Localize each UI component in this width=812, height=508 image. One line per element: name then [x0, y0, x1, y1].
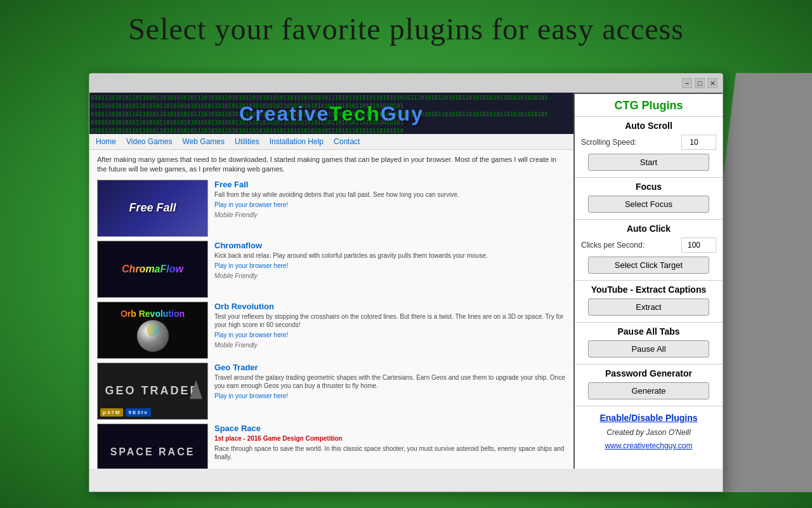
- badge-blue: 9E3tv: [126, 408, 150, 417]
- geotrader-arrow: [190, 380, 202, 402]
- nav-utilities[interactable]: Utilities: [235, 137, 259, 146]
- auto-scroll-start-button[interactable]: Start: [588, 154, 710, 171]
- website-link[interactable]: www.creativetechguy.com: [605, 441, 693, 450]
- freefall-info: Free Fall Fall from the sky while avoidi…: [214, 180, 566, 237]
- spacerace-competition: 1st place - 2016 Game Design Competition: [214, 434, 566, 443]
- pause-all-title: Pause All Tabs: [581, 326, 716, 337]
- select-click-target-button[interactable]: Select Click Target: [588, 257, 710, 274]
- geotrader-play-link[interactable]: Play in your browser here!: [214, 392, 566, 400]
- maximize-button[interactable]: □: [695, 78, 705, 88]
- chromaflow-mobile: Mobile Friendly: [214, 272, 566, 280]
- generate-button[interactable]: Generate: [588, 382, 710, 399]
- chromaflow-title: Chromaflow: [214, 241, 566, 250]
- nav-installation-help[interactable]: Installation Help: [270, 137, 324, 146]
- spacerace-info: Space Race 1st place - 2016 Game Design …: [214, 424, 566, 469]
- auto-click-title: Auto Click: [581, 224, 716, 234]
- cps-row: Clicks per Second:: [581, 237, 716, 253]
- geotrader-description: Travel around the galaxy trading geometr…: [214, 373, 566, 390]
- focus-section: Focus Select Focus: [575, 178, 723, 220]
- orbrev-play-link[interactable]: Play in your browser here!: [214, 331, 566, 339]
- geotrader-thumbnail: GEO TRADER p47M 9E3tv: [97, 363, 208, 420]
- chromaflow-info: Chromaflow Kick back and relax. Play aro…: [214, 241, 566, 298]
- freefall-play-link[interactable]: Play in your browser here!: [214, 201, 566, 209]
- svg-marker-0: [190, 380, 202, 399]
- orb-sphere: [137, 320, 169, 352]
- website-logo: CreativeTechGuy: [239, 102, 424, 125]
- nav-video-games[interactable]: Video Games: [126, 137, 173, 146]
- website-nav: Home Video Games Web Games Utilities Ins…: [89, 134, 573, 150]
- geotrader-logo-text: GEO TRADER: [105, 384, 200, 398]
- plugin-panel-title: CTG Plugins: [575, 94, 723, 117]
- badge-gold: p47M: [100, 408, 123, 417]
- focus-title: Focus: [581, 182, 716, 192]
- auto-click-section: Auto Click Clicks per Second: Select Cli…: [575, 220, 723, 281]
- cps-input[interactable]: [681, 237, 716, 253]
- plugin-footer: Enable/Disable Plugins Created by Jason …: [575, 406, 723, 457]
- freefall-mobile: Mobile Friendly: [214, 211, 566, 219]
- list-item: ChromaFlow Chromaflow Kick back and rela…: [97, 241, 566, 298]
- minimize-button[interactable]: −: [682, 78, 692, 88]
- orbrev-mobile: Mobile Friendly: [214, 341, 566, 349]
- list-item: SPACE RACE Space Race 1st place - 2016 G…: [97, 424, 566, 469]
- orbrev-description: Test your reflexes by stopping the cross…: [214, 312, 566, 329]
- orbrev-logo-text: Orb Revolution: [121, 309, 185, 319]
- spacerace-thumbnail: SPACE RACE: [97, 424, 208, 469]
- extract-button[interactable]: Extract: [588, 298, 710, 316]
- list-item: Orb Revolution Orb Revolution Test your …: [97, 302, 566, 359]
- chromaflow-logo-text: ChromaFlow: [122, 264, 183, 275]
- geotrader-badges: p47M 9E3tv: [100, 408, 151, 417]
- spacerace-description: Race through space to save the world. In…: [214, 444, 566, 461]
- password-title: Password Generator: [581, 368, 716, 378]
- freefall-thumbnail: Free Fall: [97, 180, 208, 237]
- scroll-speed-row: Scrolling Speed:: [581, 135, 716, 150]
- password-section: Password Generator Generate: [575, 364, 723, 406]
- freefall-description: Fall from the sky while avoiding debris …: [214, 190, 566, 199]
- youtube-section: YouTube - Extract Captions Extract: [575, 281, 723, 323]
- chromaflow-description: Kick back and relax. Play around with co…: [214, 251, 566, 260]
- freefall-title: Free Fall: [214, 180, 566, 189]
- geotrader-title: Geo Trader: [214, 363, 566, 372]
- spacerace-logo-text: SPACE RACE: [110, 446, 195, 458]
- auto-scroll-section: Auto Scroll Scrolling Speed: Start: [575, 117, 723, 178]
- list-item: Free Fall Free Fall Fall from the sky wh…: [97, 180, 566, 237]
- intro-text: After making many games that need to be …: [97, 155, 566, 175]
- select-focus-button[interactable]: Select Focus: [588, 196, 710, 213]
- website-content: 0101110101011011010110101010101110101011…: [89, 93, 573, 469]
- plugin-panel: CTG Plugins Auto Scroll Scrolling Speed:…: [573, 93, 723, 469]
- browser-content: 0101110101011011010110101010101110101011…: [89, 93, 723, 469]
- youtube-title: YouTube - Extract Captions: [581, 284, 716, 295]
- chromaflow-play-link[interactable]: Play in your browser here!: [214, 262, 566, 270]
- nav-home[interactable]: Home: [96, 137, 116, 146]
- close-button[interactable]: ✕: [707, 78, 717, 88]
- browser-window: − □ ✕ 0101110101011011010110101010101110…: [89, 73, 723, 492]
- chromaflow-thumbnail: ChromaFlow: [97, 241, 208, 298]
- browser-titlebar: − □ ✕: [89, 74, 723, 93]
- orbrev-title: Orb Revolution: [214, 302, 566, 311]
- page-heading: Select your favorite plugins for easy ac…: [0, 0, 812, 55]
- orbrev-info: Orb Revolution Test your reflexes by sto…: [214, 302, 566, 359]
- pause-all-button[interactable]: Pause All: [588, 340, 710, 358]
- scroll-speed-input[interactable]: [681, 135, 716, 150]
- nav-web-games[interactable]: Web Games: [183, 137, 225, 146]
- auto-scroll-title: Auto Scroll: [581, 121, 716, 131]
- website-body: After making many games that need to be …: [89, 150, 573, 469]
- website-header: 0101110101011011010110101010101110101011…: [89, 93, 573, 134]
- enable-disable-link[interactable]: Enable/Disable Plugins: [581, 413, 716, 423]
- pause-all-section: Pause All Tabs Pause All: [575, 323, 723, 364]
- nav-contact[interactable]: Contact: [334, 137, 360, 146]
- creator-text: Created by Jason O'Neill: [581, 428, 716, 437]
- spacerace-title: Space Race: [214, 424, 566, 433]
- list-item: GEO TRADER p47M 9E3tv Geo Trader: [97, 363, 566, 420]
- geotrader-info: Geo Trader Travel around the galaxy trad…: [214, 363, 566, 420]
- cps-label: Clicks per Second:: [581, 241, 645, 250]
- orbrev-thumbnail: Orb Revolution: [97, 302, 208, 359]
- scroll-speed-label: Scrolling Speed:: [581, 138, 636, 147]
